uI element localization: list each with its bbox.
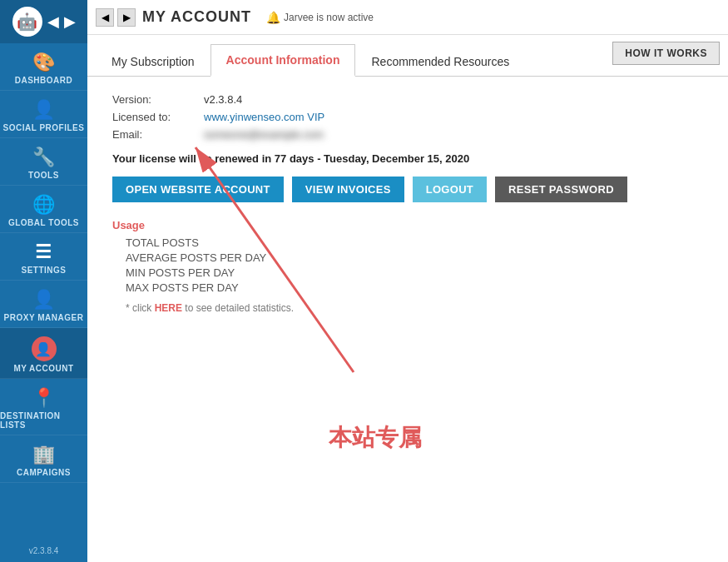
dashboard-icon: 🎨 bbox=[32, 52, 56, 73]
proxy-manager-icon: 👤 bbox=[32, 289, 56, 311]
top-bar: ◀ ▶ MY ACCOUNT 🔔 Jarvee is now active bbox=[87, 0, 728, 35]
page-title: MY ACCOUNT bbox=[142, 8, 251, 26]
license-notice: Your license will be renewed in 77 days … bbox=[112, 152, 703, 165]
social-profiles-icon: 👤 bbox=[32, 99, 56, 121]
licensed-to-value[interactable]: www.yinwenseo.com VIP bbox=[204, 111, 324, 123]
main-area: ◀ ▶ MY ACCOUNT 🔔 Jarvee is now active My… bbox=[87, 0, 728, 562]
global-tools-icon: 🌐 bbox=[32, 194, 56, 216]
sidebar-forward-button[interactable]: ▶ bbox=[64, 12, 76, 31]
email-label: Email: bbox=[112, 128, 204, 141]
content-area: My Subscription Account Information Reco… bbox=[87, 35, 728, 562]
sidebar-item-destination-lists[interactable]: 📍 DESTINATION LISTS bbox=[0, 379, 87, 435]
nav-buttons: ◀ ▶ bbox=[96, 8, 136, 27]
campaigns-icon: 🏢 bbox=[32, 444, 56, 465]
destination-lists-icon: 📍 bbox=[32, 387, 56, 409]
usage-max-posts-per-day: MAX POSTS PER DAY bbox=[112, 281, 703, 294]
licensed-to-label: Licensed to: bbox=[112, 111, 204, 123]
sidebar-item-tools[interactable]: 🔧 TOOLS bbox=[0, 138, 87, 186]
view-invoices-button[interactable]: VIEW INVOICES bbox=[292, 177, 404, 202]
how-it-works-button[interactable]: HOW IT WORKS bbox=[612, 42, 720, 65]
version-row: Version: v2.3.8.4 bbox=[112, 93, 703, 106]
tab-recommended-resources[interactable]: Recommended Resources bbox=[355, 46, 525, 77]
sidebar-label-settings: SETTINGS bbox=[21, 266, 66, 275]
tools-icon: 🔧 bbox=[32, 147, 56, 168]
logout-button[interactable]: LOGOUT bbox=[413, 177, 487, 202]
settings-icon: ☰ bbox=[35, 241, 52, 263]
sidebar-label-proxy-manager: PROXY MANAGER bbox=[4, 313, 84, 322]
sidebar-label-campaigns: CAMPAIGNS bbox=[17, 468, 71, 477]
sidebar-label-tools: TOOLS bbox=[28, 171, 59, 180]
version-value: v2.3.8.4 bbox=[204, 93, 242, 106]
usage-avg-posts-per-day: AVERAGE POSTS PER DAY bbox=[112, 251, 703, 264]
sidebar-label-dashboard: DASHBOARD bbox=[15, 76, 73, 85]
bell-icon: 🔔 bbox=[266, 11, 280, 24]
usage-section: Usage TOTAL POSTS AVERAGE POSTS PER DAY … bbox=[112, 219, 703, 314]
sidebar-item-settings[interactable]: ☰ SETTINGS bbox=[0, 233, 87, 281]
sidebar-item-dashboard[interactable]: 🎨 DASHBOARD bbox=[0, 43, 87, 91]
usage-note-prefix: * click bbox=[126, 302, 155, 314]
reset-password-button[interactable]: RESET PASSWORD bbox=[495, 177, 627, 202]
sidebar-version: v2.3.8.4 bbox=[29, 540, 59, 562]
nav-back-button[interactable]: ◀ bbox=[96, 8, 114, 27]
status-text: Jarvee is now active bbox=[284, 12, 374, 23]
sidebar-label-my-account: MY ACCOUNT bbox=[13, 364, 73, 373]
sidebar-top: 🤖 ◀ ▶ bbox=[0, 0, 87, 43]
action-buttons: OPEN WEBSITE ACCOUNT VIEW INVOICES LOGOU… bbox=[112, 177, 703, 202]
version-label: Version: bbox=[112, 93, 204, 106]
open-website-button[interactable]: OPEN WEBSITE ACCOUNT bbox=[112, 177, 284, 202]
page-content: Version: v2.3.8.4 Licensed to: www.yinwe… bbox=[87, 77, 728, 562]
chinese-annotation: 本站专属 bbox=[329, 422, 422, 454]
here-link[interactable]: HERE bbox=[155, 302, 182, 314]
sidebar-label-destination-lists: DESTINATION LISTS bbox=[0, 411, 87, 430]
sidebar-label-global-tools: GLOBAL TOOLS bbox=[8, 218, 79, 227]
sidebar-item-global-tools[interactable]: 🌐 GLOBAL TOOLS bbox=[0, 186, 87, 233]
usage-min-posts-per-day: MIN POSTS PER DAY bbox=[112, 266, 703, 279]
sidebar-item-proxy-manager[interactable]: 👤 PROXY MANAGER bbox=[0, 281, 87, 328]
email-value: someone@example.com bbox=[204, 128, 324, 141]
usage-note-suffix: to see detailed statistics. bbox=[182, 302, 294, 314]
usage-total-posts: TOTAL POSTS bbox=[112, 236, 703, 249]
sidebar-item-social-profiles[interactable]: 👤 SOCIAL PROFILES bbox=[0, 91, 87, 138]
nav-forward-button[interactable]: ▶ bbox=[117, 8, 136, 27]
robot-icon: 🤖 bbox=[12, 7, 42, 37]
tab-my-subscription[interactable]: My Subscription bbox=[96, 46, 210, 77]
my-account-icon: 👤 bbox=[32, 336, 57, 361]
sidebar: 🤖 ◀ ▶ 🎨 DASHBOARD 👤 SOCIAL PROFILES 🔧 TO… bbox=[0, 0, 87, 562]
licensed-to-row: Licensed to: www.yinwenseo.com VIP bbox=[112, 111, 703, 123]
tabs-bar: My Subscription Account Information Reco… bbox=[87, 35, 728, 77]
sidebar-item-my-account[interactable]: 👤 MY ACCOUNT bbox=[0, 328, 87, 379]
sidebar-label-social-profiles: SOCIAL PROFILES bbox=[3, 123, 85, 132]
sidebar-item-campaigns[interactable]: 🏢 CAMPAIGNS bbox=[0, 435, 87, 483]
usage-note: * click HERE to see detailed statistics. bbox=[112, 302, 703, 314]
email-row: Email: someone@example.com bbox=[112, 128, 703, 141]
tab-account-information[interactable]: Account Information bbox=[210, 44, 356, 77]
usage-title: Usage bbox=[112, 219, 703, 231]
status-bar: 🔔 Jarvee is now active bbox=[266, 11, 374, 24]
sidebar-back-button[interactable]: ◀ bbox=[47, 12, 59, 31]
license-notice-text: Your license will be renewed in 77 days … bbox=[112, 152, 469, 165]
